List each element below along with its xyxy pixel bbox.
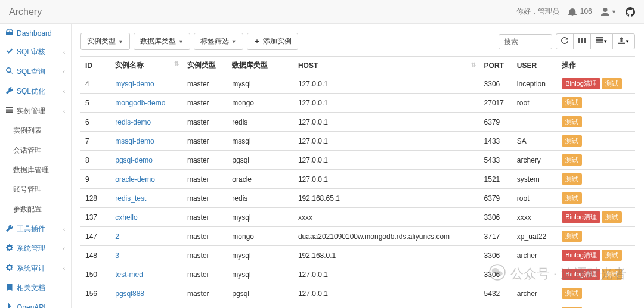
tag-filter-dropdown[interactable]: 标签筛选▼ (194, 33, 243, 50)
toolbar: 实例类型▼ 数据库类型▼ 标签筛选▼ ＋添加实例 ▼ ▼ (80, 33, 635, 50)
binlog-button[interactable]: Binlog清理 (562, 269, 600, 280)
binlog-button[interactable]: Binlog清理 (562, 78, 600, 89)
instance-link[interactable]: oracle-demo (115, 175, 155, 183)
test-button[interactable]: 测试 (562, 231, 582, 242)
sidebar-item[interactable]: SQL优化‹ (0, 82, 71, 101)
test-button[interactable]: 测试 (562, 116, 582, 127)
cell-host: 127.0.0.1 (293, 94, 479, 113)
test-button[interactable]: 测试 (562, 154, 582, 166)
binlog-button[interactable]: Binlog清理 (562, 211, 600, 223)
chevron-down-icon: ▼ (118, 39, 123, 45)
sidebar-subitem[interactable]: 账号管理 (0, 180, 71, 200)
cell-name: redis-demo (110, 113, 182, 132)
instance-link[interactable]: mssql-demo (115, 137, 154, 145)
sidebar-subitem[interactable]: 会话管理 (0, 141, 71, 160)
add-instance-button[interactable]: ＋添加实例 (247, 33, 298, 50)
cell-user: xp_uat22 (512, 227, 557, 246)
brand[interactable]: Archery (9, 7, 42, 17)
table-row: 5mongodb-demomastermongo127.0.0.127017ro… (80, 94, 635, 113)
refresh-icon (561, 37, 568, 46)
refresh-button[interactable] (556, 33, 574, 49)
table-row: 1472mastermongoduaaa2021090100w.mongodb.… (80, 227, 635, 246)
test-button[interactable]: 测试 (562, 192, 582, 204)
col-op: 操作 (557, 57, 635, 74)
instance-link[interactable]: 2 (115, 232, 119, 241)
sort-icon: ⇅ (471, 61, 476, 68)
col-name[interactable]: 实例名称⇅ (110, 57, 182, 74)
cell-name: mysql-demo (110, 74, 182, 94)
cell-name: test-med (110, 265, 182, 284)
search-input[interactable] (499, 34, 552, 49)
test-button[interactable]: 测试 (602, 211, 622, 223)
instance-link[interactable]: cxhello (115, 213, 137, 222)
cell-user: archer (512, 246, 557, 265)
test-button[interactable]: 测试 (602, 78, 622, 89)
test-button[interactable]: 测试 (562, 173, 582, 185)
col-id[interactable]: ID (80, 57, 110, 74)
col-db[interactable]: 数据库类型 (227, 57, 293, 74)
col-type[interactable]: 实例类型 (182, 57, 227, 74)
cell-port: 1433 (479, 132, 512, 151)
sidebar-item[interactable]: Dashboard (0, 24, 71, 42)
cell-name: 2 (110, 227, 182, 246)
sidebar-item[interactable]: 工具插件‹ (0, 219, 71, 239)
columns-button[interactable]: ▼ (590, 33, 613, 49)
instance-link[interactable]: pgsql888 (115, 290, 144, 298)
table-row: 6redis-demomasterredis127.0.0.16379测试 (80, 113, 635, 132)
cell-op: Binlog清理测试 (557, 265, 635, 284)
test-button[interactable]: 测试 (602, 269, 622, 280)
sidebar-item[interactable]: SQL查询‹ (0, 62, 71, 82)
notification-button[interactable]: 106 (568, 7, 592, 16)
toggle-view-button[interactable] (573, 33, 591, 49)
sidebar-item[interactable]: OpenAPI (0, 298, 71, 308)
github-link[interactable] (626, 7, 635, 17)
instance-link[interactable]: 3 (115, 251, 119, 260)
cell-type: master (182, 246, 227, 265)
chevron-left-icon: ‹ (63, 88, 65, 95)
dashboard-icon (6, 29, 13, 38)
col-user[interactable]: USER (512, 57, 557, 74)
binlog-button[interactable]: Binlog清理 (562, 250, 600, 261)
cell-host: 127.0.0.1 (293, 151, 479, 170)
sidebar-subitem[interactable]: 数据库管理 (0, 160, 71, 180)
cell-type: master (182, 189, 227, 208)
cell-name: 3 (110, 246, 182, 265)
cell-type: master (182, 94, 227, 113)
instance-link[interactable]: mysql-demo (115, 80, 154, 88)
cell-name: pgsql888 (110, 284, 182, 303)
instance-type-dropdown[interactable]: 实例类型▼ (80, 33, 130, 50)
chevron-left-icon: ‹ (63, 265, 65, 272)
cell-type: master (182, 303, 227, 309)
instance-link[interactable]: redis-demo (115, 118, 151, 126)
instance-link[interactable]: redis_test (115, 194, 146, 203)
sidebar-subitem[interactable]: 实例列表 (0, 121, 71, 141)
export-button[interactable]: ▼ (612, 33, 635, 49)
db-type-dropdown[interactable]: 数据库类型▼ (134, 33, 190, 50)
test-button[interactable]: 测试 (562, 135, 582, 147)
test-button[interactable]: 测试 (562, 288, 582, 299)
cell-host: 192.168.0.1 (293, 246, 479, 265)
sidebar-item[interactable]: 实例管理‹ (0, 101, 71, 121)
sort-icon: ⇅ (174, 60, 179, 67)
test-button[interactable]: 测试 (602, 250, 622, 261)
cell-port: 1521 (479, 303, 512, 309)
sidebar-item-label: 实例列表 (13, 126, 42, 136)
col-port[interactable]: PORT (479, 57, 512, 74)
col-host[interactable]: HOST⇅ (293, 57, 479, 74)
cell-host: 127.0.0.1 (293, 265, 479, 284)
instance-link[interactable]: mongodb-demo (115, 99, 165, 107)
cell-db: pgsql (227, 151, 293, 170)
cell-user: SA (512, 132, 557, 151)
cell-name: pgsql-demo (110, 151, 182, 170)
sidebar-item[interactable]: 相关文档 (0, 278, 71, 298)
test-button[interactable]: 测试 (562, 97, 582, 108)
instance-link[interactable]: test-med (115, 270, 143, 279)
sidebar-item[interactable]: 系统审计‹ (0, 259, 71, 278)
sidebar-item[interactable]: 系统管理‹ (0, 239, 71, 259)
user-menu[interactable]: ▼ (601, 7, 617, 16)
sidebar-subitem[interactable]: 参数配置 (0, 200, 71, 219)
instance-link[interactable]: pgsql-demo (115, 156, 153, 164)
cell-db: redis (227, 113, 293, 132)
sidebar-item[interactable]: SQL审核‹ (0, 42, 71, 62)
sidebar-item-label: 实例管理 (17, 106, 45, 116)
